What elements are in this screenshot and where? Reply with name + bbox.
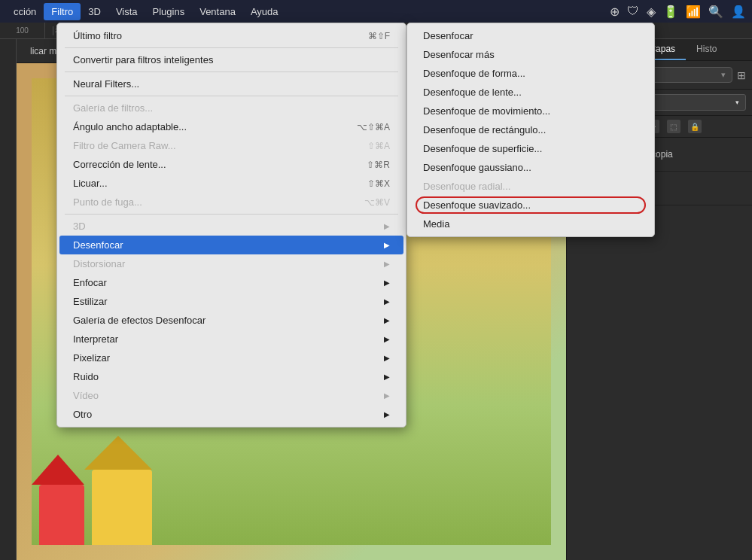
menu-bar-item-plugins[interactable]: Plugins [145, 3, 193, 20]
menu-item-convertir[interactable]: Convertir para filtros inteligentes [59, 50, 403, 69]
menu-bar-item-ventana[interactable]: Ventana [192, 3, 243, 20]
menu-item-galeria-efectos[interactable]: Galería de efectos Desenfocar ▶ [59, 311, 403, 330]
submenu-item-desenfoque-rectangulo[interactable]: Desenfoque de rectángulo... [409, 120, 652, 139]
arrow-otro: ▶ [384, 410, 390, 418]
arrow-3d: ▶ [384, 222, 390, 230]
arrow-desenfocar: ▶ [384, 241, 390, 249]
menu-item-angulo[interactable]: Ángulo ancho adaptable... ⌥⇧⌘A [59, 117, 403, 136]
submenu-item-desenfoque-gaussiano[interactable]: Desenfoque gaussiano... [409, 158, 652, 177]
dropbox-icon: ◈ [647, 5, 656, 19]
menu-item-interpretar[interactable]: Interpretar ▶ [59, 330, 403, 348]
menu-item-otro[interactable]: Otro ▶ [59, 405, 403, 424]
menu-item-estilizar[interactable]: Estilizar ▶ [59, 292, 403, 311]
user-icon[interactable]: 👤 [731, 5, 746, 19]
menu-item-desenfocar[interactable]: Desenfocar ▶ [59, 236, 403, 254]
menu-item-punto-fuga: Punto de fuga... ⌥⌘V [59, 193, 403, 212]
menu-item-distorsionar: Distorsionar ▶ [59, 254, 403, 273]
menu-bar-item-accion[interactable]: cción [6, 3, 44, 20]
arrow-video: ▶ [384, 391, 390, 400]
menu-item-neural-filters[interactable]: Neural Filters... [59, 75, 403, 93]
shortcut-angulo: ⌥⇧⌘A [357, 122, 390, 132]
submenu-item-desenfoque-lente[interactable]: Desenfoque de lente... [409, 83, 652, 102]
submenu-item-desenfocar[interactable]: Desenfocar [409, 26, 652, 45]
menu-item-video: Vídeo ▶ [59, 386, 403, 405]
arrow-pixelizar: ▶ [384, 354, 390, 362]
battery-icon: 🔋 [663, 5, 678, 19]
shield-icon: 🛡 [627, 5, 639, 18]
menu-divider [65, 72, 398, 72]
arrow-ruido: ▶ [384, 373, 390, 381]
ruler-vertical [0, 39, 17, 560]
menu-bar-item-filtro[interactable]: Filtro [44, 3, 81, 20]
shortcut-punto-fuga: ⌥⌘V [364, 197, 390, 208]
lock-all-icon[interactable]: 🔒 [688, 120, 702, 133]
submenu-item-desenfoque-movimiento[interactable]: Desenfoque de movimiento... [409, 102, 652, 120]
menu-item-camera-raw: Filtro de Camera Raw... ⇧⌘A [59, 136, 403, 155]
shortcut-ultimo-filtro: ⌘⇧F [368, 31, 390, 41]
filtro-dropdown-menu: Último filtro ⌘⇧F Convertir para filtros… [56, 23, 406, 428]
menu-item-enfocar[interactable]: Enfocar ▶ [59, 273, 403, 292]
menu-bar-right: ⊕ 🛡 ◈ 🔋 📶 🔍 👤 [610, 5, 746, 19]
menu-divider [65, 214, 398, 215]
menu-bar-item-3d[interactable]: 3D [81, 3, 108, 20]
arrow-galeria-efectos: ▶ [384, 316, 390, 324]
menu-item-galeria: Galería de filtros... [59, 99, 403, 117]
menu-bar-item-ayuda[interactable]: Ayuda [243, 3, 286, 20]
shortcut-correccion: ⇧⌘R [367, 160, 390, 170]
search-icon[interactable]: 🔍 [708, 5, 723, 19]
arrow-interpretar: ▶ [384, 335, 390, 343]
menu-bar-item-vista[interactable]: Vista [108, 3, 145, 20]
tab-historial[interactable]: Histo [686, 39, 727, 60]
menu-item-ruido[interactable]: Ruido ▶ [59, 367, 403, 386]
arrow-estilizar: ▶ [384, 297, 390, 306]
submenu-item-media[interactable]: Media [409, 215, 652, 233]
menu-divider [65, 47, 398, 48]
desenfocar-submenu: Desenfocar Desenfocar más Desenfoque de … [406, 23, 655, 237]
menu-item-ultimo-filtro[interactable]: Último filtro ⌘⇧F [59, 26, 403, 45]
lock-artboard-icon[interactable]: ⬚ [667, 120, 680, 133]
menu-item-correccion[interactable]: Corrección de lente... ⇧⌘R [59, 155, 403, 174]
shortcut-camera-raw: ⇧⌘A [367, 141, 390, 151]
wifi-icon: 📶 [686, 5, 701, 19]
arrow-distorsionar: ▶ [384, 260, 390, 268]
submenu-item-desenfoque-radial: Desenfoque radial... [409, 177, 652, 196]
layer-options-icon[interactable]: ⊞ [737, 69, 746, 81]
menu-item-3d: 3D ▶ [59, 217, 403, 236]
submenu-item-desenfocar-mas[interactable]: Desenfocar más [409, 45, 652, 64]
network-icon: ⊕ [610, 5, 620, 19]
submenu-item-desenfoque-superficie[interactable]: Desenfoque de superficie... [409, 139, 652, 158]
menu-item-licuar[interactable]: Licuar... ⇧⌘X [59, 174, 403, 193]
submenu-item-desenfoque-forma[interactable]: Desenfoque de forma... [409, 64, 652, 83]
menu-item-pixelizar[interactable]: Pixelizar ▶ [59, 348, 403, 367]
menu-divider [65, 96, 398, 96]
menu-bar: cción Filtro 3D Vista Plugins Ventana Ay… [0, 0, 752, 23]
arrow-enfocar: ▶ [384, 278, 390, 287]
submenu-item-desenfoque-suavizado[interactable]: Desenfoque suavizado... [409, 196, 652, 215]
blend-mode-arrow: ▾ [735, 99, 739, 106]
search-dropdown-arrow: ▾ [721, 70, 726, 80]
ruler-corner: 100 [0, 23, 45, 39]
shortcut-licuar: ⇧⌘X [367, 178, 390, 189]
